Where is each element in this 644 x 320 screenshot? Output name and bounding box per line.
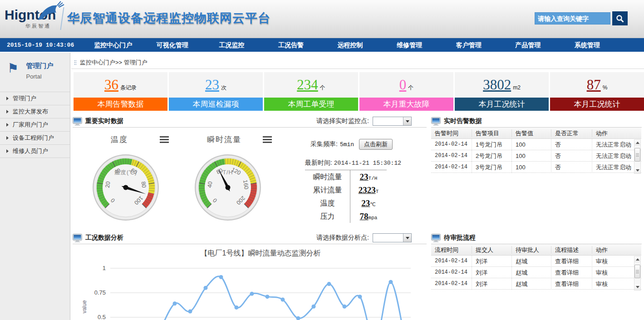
svg-text:0.5: 0.5 (98, 314, 106, 320)
nav-item-system[interactable]: 系统管理 (558, 38, 617, 52)
deer-icon (37, 1, 65, 21)
monitor-icon (73, 234, 82, 242)
approval-table-scrollbar[interactable] (634, 256, 641, 290)
monitor-point-select[interactable] (373, 117, 412, 126)
refresh-button[interactable]: 点击刷新 (359, 139, 393, 150)
stat-unit: m2 (513, 84, 521, 91)
section-title: 待审批流程 (444, 234, 476, 242)
reading-value: 23 (361, 198, 370, 208)
table-cell: 赵城 (512, 256, 551, 267)
stat-card-weekly-workorders[interactable]: 234个 本周工单受理 (264, 72, 358, 111)
chevron-down-icon[interactable] (403, 234, 411, 242)
svg-text:20: 20 (104, 181, 112, 188)
alarm-table-scrollbar[interactable] (634, 139, 641, 174)
reading-row: 瞬时流量 23T/H (305, 170, 387, 183)
table-cell: 2014-02-14 (431, 278, 472, 290)
latest-time-label: 最新时间: (305, 159, 332, 166)
monitor-icon (431, 234, 441, 242)
reading-row: 压力 78mpa (305, 210, 387, 223)
sidebar-item-maintainer-portal[interactable]: 维修人员门户 (0, 145, 70, 158)
column-header: 告警值 (512, 129, 551, 137)
stat-unit: 个 (320, 84, 325, 91)
sidebar-item-engineer-portal[interactable]: 设备工程师门户 (0, 132, 70, 145)
stat-card-weekly-inspection[interactable]: 23次 本周巡检漏项 (169, 72, 263, 111)
stat-card-monthly-condition-pct[interactable]: 87% 本月工况统计 (550, 72, 644, 111)
svg-text:40: 40 (206, 181, 214, 188)
gauge-temperature-title: 温度 (111, 134, 128, 145)
svg-text:80: 80 (140, 181, 147, 188)
approval-section-header: 待审批流程 (431, 232, 642, 244)
svg-text:T/H: T/H (222, 169, 233, 176)
table-cell: 刘洋 (472, 278, 512, 290)
nav-item-visualization[interactable]: 可视化管理 (143, 38, 202, 52)
reading-unit: T (376, 189, 379, 194)
scroll-down-icon[interactable] (634, 284, 640, 290)
analysis-line-chart: 【电厂1号线】瞬时流量动态监测分析10.750.5value (73, 246, 418, 320)
search-input[interactable] (535, 12, 610, 25)
sidebar-item-portal[interactable]: 管理门户 (0, 92, 70, 105)
latest-time: 2014-11-21 15:30:12 (334, 160, 401, 167)
analysis-point-select[interactable] (373, 233, 412, 242)
nav-item-customer[interactable]: 客户管理 (439, 38, 498, 52)
stat-card-monthly-failures[interactable]: 0个 本月重大故障 (359, 72, 453, 111)
portal-header: ⚑ 管理门户 Portal (0, 53, 70, 88)
column-header: 动作 (592, 246, 641, 254)
approval-table: 流程时间 提交人 待审批人 流程描述 动作 2014-02-14 刘洋 赵城 查… (431, 244, 641, 290)
stat-value: 23 (205, 77, 219, 93)
view-detail-link[interactable]: 查看详细 (551, 267, 592, 278)
svg-text:1: 1 (103, 265, 106, 271)
view-detail-link[interactable]: 查看详细 (551, 278, 592, 290)
table-cell: 2014-02-14 (431, 267, 472, 278)
nav-item-monitor-center[interactable]: 监控中心门户 (84, 38, 143, 52)
table-cell: 100 (512, 150, 551, 162)
table-cell: 刘洋 (472, 267, 512, 278)
nav-item-condition-monitor[interactable]: 工况监控 (202, 38, 261, 52)
table-cell: 2014-02-14 (431, 162, 472, 173)
nav-item-condition-alarm[interactable]: 工况告警 (261, 38, 321, 52)
table-cell: 刘洋 (472, 256, 512, 267)
stat-unit: 个 (408, 84, 413, 91)
svg-text:0.75: 0.75 (94, 289, 106, 296)
nav-item-maintenance[interactable]: 维修管理 (380, 38, 439, 52)
stat-value: 234 (297, 77, 318, 93)
column-header: 流程描述 (551, 246, 592, 254)
table-cell: 3号龙门吊 (472, 162, 512, 173)
chart-menu-icon[interactable] (160, 136, 169, 143)
table-cell: 1号龙门吊 (472, 139, 512, 150)
stat-label: 本周工单受理 (264, 98, 358, 111)
column-header: 流程时间 (431, 246, 472, 254)
column-header: 待审批人 (512, 246, 551, 254)
reading-value: 78 (360, 212, 369, 221)
scrollbar-thumb[interactable] (634, 265, 640, 278)
nav-item-product[interactable]: 产品管理 (498, 38, 558, 52)
monitor-icon (431, 117, 441, 126)
scroll-down-icon[interactable] (634, 167, 640, 173)
view-detail-link[interactable]: 查看详细 (551, 256, 592, 267)
portal-title: 管理门户 (26, 62, 54, 70)
column-header: 告警时间 (431, 129, 472, 137)
top-header: Hignton 华辰智通 华辰智通设备远程监控物联网云平台 (0, 0, 644, 38)
section-title: 实时告警数据 (444, 117, 482, 125)
scroll-up-icon[interactable] (634, 140, 640, 146)
breadcrumb-icon (74, 60, 75, 61)
scroll-up-icon[interactable] (634, 256, 640, 262)
sidebar-item-screen-publish[interactable]: 监控大屏发布 (0, 105, 70, 118)
sidebar-item-factory-portal[interactable]: 厂家用户门户 (0, 118, 70, 132)
stat-unit: 条记录 (120, 84, 137, 91)
breadcrumb[interactable]: 监控中心门户>> 管理门户 (74, 59, 147, 67)
stat-card-weekly-alarms[interactable]: 36条记录 本周告警数据 (74, 72, 167, 111)
table-cell: 赵城 (512, 278, 551, 290)
nav-timestamp: 2015-10-19 10:43:06 (0, 42, 84, 49)
chevron-down-icon[interactable] (403, 117, 411, 125)
reading-label: 压力 (305, 210, 350, 223)
analysis-point-select-label: 请选择数据分析点: (316, 234, 369, 242)
chart-menu-icon[interactable] (263, 136, 272, 143)
stat-card-monthly-condition-area[interactable]: 3802m2 本月工况统计 (455, 72, 549, 111)
logo: Hignton 华辰智通 (5, 7, 64, 30)
nav-item-remote-control[interactable]: 远程控制 (320, 38, 380, 52)
scrollbar-thumb[interactable] (634, 148, 640, 162)
search-button[interactable] (612, 11, 628, 25)
gauge-temperature: 020406080100温度(℃) (92, 153, 160, 222)
table-cell: 2014-02-14 (431, 139, 472, 150)
stat-cards: 36条记录 本周告警数据 23次 本周巡检漏项 234个 本周工单受理 0个 本… (74, 72, 644, 111)
